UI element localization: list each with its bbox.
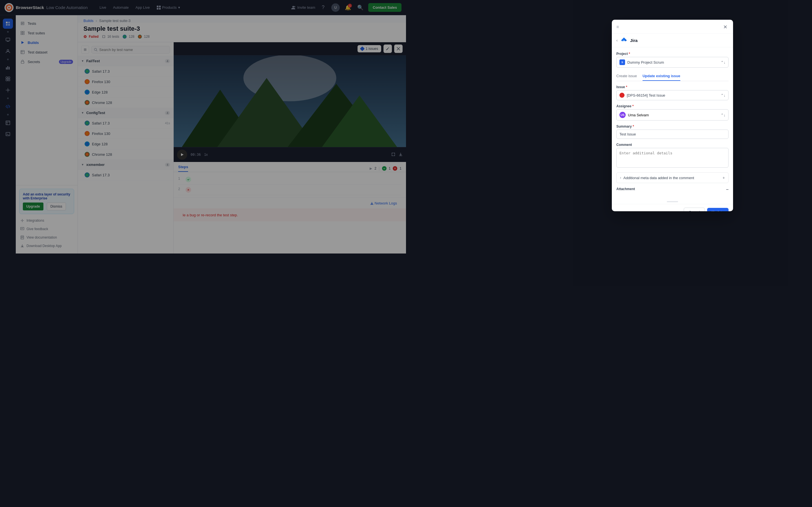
modal-overlay: ≡ ✕ ‹ Jira P [0, 0, 406, 253]
